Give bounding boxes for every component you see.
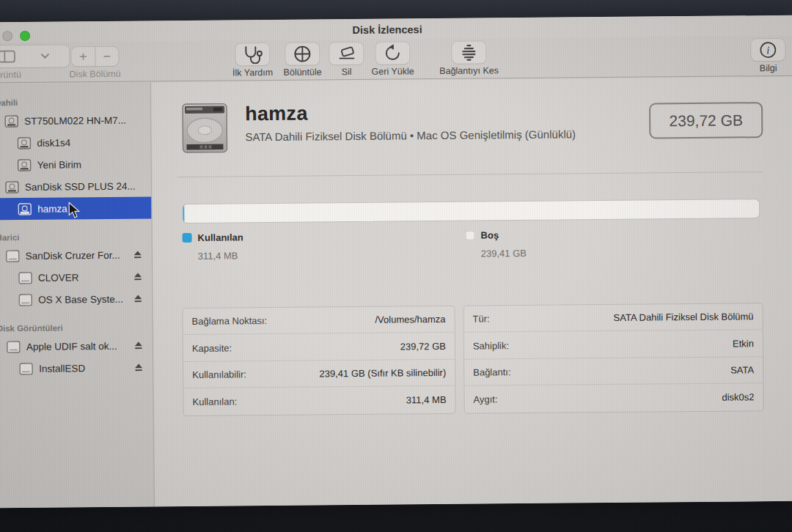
detail-row: Sahiplik: Etkin: [464, 330, 763, 360]
partition-segment-label: Disk Bölümü: [69, 69, 120, 80]
external-volume-icon: [18, 271, 32, 284]
remove-partition-button[interactable]: −: [95, 47, 118, 66]
view-label: Görüntü: [0, 70, 21, 80]
mouse-cursor: [67, 202, 81, 219]
add-partition-button[interactable]: +: [71, 47, 95, 66]
eject-icon[interactable]: [134, 363, 143, 372]
detail-row: Bağlantı: SATA: [464, 357, 763, 386]
internal-disk-icon: [4, 115, 18, 128]
sidebar-item-sandisk-ssd[interactable]: SanDisk SSD PLUS 24...: [0, 174, 151, 198]
volume-title: hamza: [245, 103, 308, 126]
detail-row: Bağlama Noktası: /Volumes/hamza: [183, 306, 454, 336]
sidebar-item-yeni-birim[interactable]: Yeni Birim: [0, 152, 151, 176]
detail-row: Kapasite: 239,72 GB: [183, 333, 455, 362]
toolbar: Görüntü + − Disk Bölümü İlk Yardım Bölün…: [0, 36, 792, 84]
unmount-label: Bağlantıyı Kes: [439, 65, 499, 76]
external-volume-icon: [18, 293, 32, 306]
view-button[interactable]: [0, 45, 70, 67]
detail-row: Aygıt: disk0s2: [464, 383, 763, 413]
restore-button[interactable]: [375, 42, 409, 64]
capacity-badge: 239,72 GB: [649, 102, 763, 138]
disk-image-volume-icon: [19, 362, 33, 374]
unmount-icon: [459, 43, 478, 62]
erase-label: Sil: [342, 67, 352, 77]
usage-bar: [182, 199, 760, 223]
volume-icon: [17, 136, 31, 149]
partition-label: Bölüntüle: [283, 67, 321, 77]
volume-icon: [18, 202, 32, 215]
internal-disk-icon: [5, 181, 19, 193]
info-label: Bilgi: [760, 63, 777, 73]
sidebar-item-installesd[interactable]: InstallESD: [0, 356, 153, 380]
erase-button[interactable]: [329, 43, 363, 64]
sidebar-section-disk-images: Disk Görüntüleri: [0, 319, 153, 336]
eject-icon[interactable]: [133, 251, 142, 259]
sidebar-section-external: Harici: [0, 229, 152, 245]
eject-icon[interactable]: [133, 273, 142, 281]
chevron-down-icon: [40, 53, 49, 59]
sidebar: Dahili ST750LM022 HN-M7... disk1s4: [0, 82, 155, 508]
legend-free: Boş 239,41 GB: [465, 229, 527, 259]
external-disk-icon: [6, 250, 20, 262]
pie-partition-icon: [293, 45, 312, 64]
details-panel-left: Bağlama Noktası: /Volumes/hamza Kapasite…: [182, 306, 455, 416]
details-panel-right: Tür: SATA Dahili Fiziksel Disk Bölümü Sa…: [463, 303, 763, 414]
stethoscope-icon: [241, 45, 264, 64]
sidebar-item-disk1s4[interactable]: disk1s4: [0, 130, 151, 154]
volume-subtitle: SATA Dahili Fiziksel Disk Bölümü • Mac O…: [245, 128, 576, 143]
partition-add-remove-group: + −: [71, 47, 118, 67]
unmount-button[interactable]: [452, 41, 485, 63]
restore-label: Geri Yükle: [371, 66, 414, 77]
info-button[interactable]: i: [751, 39, 785, 61]
eraser-icon: [336, 45, 356, 62]
sidebar-toggle-icon: [0, 50, 15, 63]
usage-bar-used-segment: [183, 204, 184, 223]
partition-button[interactable]: [285, 43, 319, 64]
detail-row: Kullanılan: 311,4 MB: [183, 386, 455, 415]
info-icon: i: [758, 40, 777, 59]
used-swatch: [183, 233, 192, 243]
sidebar-item-apple-udif[interactable]: Apple UDIF salt ok...: [0, 334, 153, 358]
legend-used: Kullanılan 311,4 MB: [183, 232, 243, 262]
header-divider: [177, 171, 763, 177]
used-value: 311,4 MB: [198, 250, 243, 262]
svg-text:i: i: [766, 44, 769, 56]
main-content: hamza SATA Dahili Fiziksel Disk Bölümü •…: [152, 77, 792, 507]
detail-row: Tür: SATA Dahili Fiziksel Disk Bölümü: [463, 303, 762, 333]
restore-arrow-icon: [383, 43, 402, 62]
sidebar-item-sandisk-cruzer[interactable]: SanDisk Cruzer For...: [0, 243, 152, 267]
eject-icon[interactable]: [133, 295, 142, 303]
detail-row: Kullanılabilir: 239,41 GB (Sıfır KB sili…: [183, 360, 455, 389]
eject-icon[interactable]: [134, 341, 143, 350]
volume-icon: [18, 158, 32, 171]
sidebar-section-internal: Dahili: [0, 94, 150, 110]
disk-utility-window: Disk İzlencesi Görüntü + − Disk Bölümü: [0, 15, 792, 509]
sidebar-item-clover[interactable]: CLOVER: [0, 265, 152, 289]
hard-drive-icon: [177, 100, 233, 157]
sidebar-item-st750[interactable]: ST750LM022 HN-M7...: [0, 108, 150, 132]
free-value: 239,41 GB: [481, 248, 527, 259]
disk-image-icon: [7, 341, 21, 353]
sidebar-item-osx-base[interactable]: OS X Base Syste...: [0, 287, 152, 311]
first-aid-label: İlk Yardım: [232, 67, 273, 78]
free-swatch: [466, 231, 475, 240]
first-aid-button[interactable]: [235, 43, 269, 65]
